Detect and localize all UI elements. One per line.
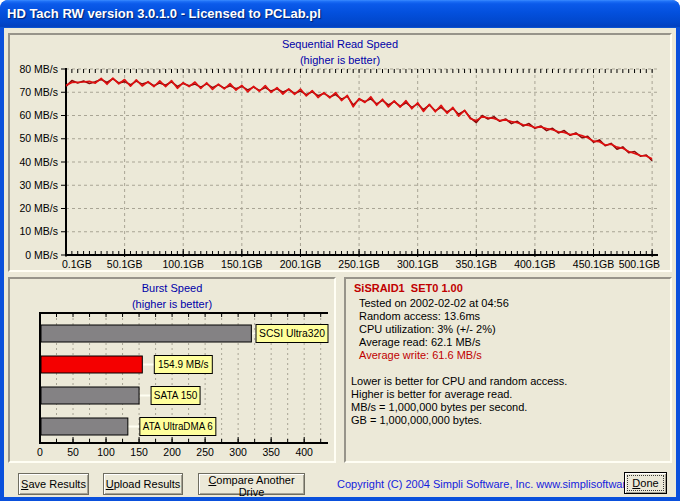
note-gb-definition: GB = 1,000,000,000 bytes.: [351, 414, 482, 426]
svg-text:300.1GB: 300.1GB: [397, 258, 438, 270]
done-button[interactable]: Done: [624, 472, 667, 494]
compare-another-drive-button[interactable]: Compare Another Drive: [198, 473, 305, 495]
drive-name: SiSRAID1 SET0 1.00: [354, 282, 463, 294]
burst-chart-title: Burst Speed: [10, 282, 334, 295]
note-higher-better: Higher is better for average read.: [351, 388, 512, 400]
random-access-line: Random access: 13.6ms: [359, 310, 480, 322]
app-window: HD Tach RW version 3.0.1.0 - Licensed to…: [0, 0, 680, 501]
svg-text:0: 0: [37, 446, 43, 458]
drive-info-panel: SiSRAID1 SET0 1.00 Tested on 2002-02-02 …: [344, 277, 672, 463]
window-title: HD Tach RW version 3.0.1.0 - Licensed to…: [7, 0, 321, 28]
svg-text:400: 400: [295, 446, 313, 458]
svg-text:100.1GB: 100.1GB: [163, 258, 204, 270]
burst-speed-chart: 050100150200250300350400SCSI Ultra320154…: [10, 309, 334, 461]
sequential-read-panel: Sequential Read Speed (higher is better)…: [8, 33, 672, 272]
svg-text:0 MB/s: 0 MB/s: [25, 249, 58, 261]
sequential-read-chart: 0 MB/s10 MB/s20 MB/s30 MB/s40 MB/s50 MB/…: [10, 65, 670, 271]
title-bar: HD Tach RW version 3.0.1.0 - Licensed to…: [0, 0, 680, 28]
sequential-chart-title: Sequential Read Speed: [10, 38, 670, 51]
copyright-text: Copyright (C) 2004 Simpli Software, Inc.…: [337, 478, 617, 490]
svg-text:350: 350: [262, 446, 280, 458]
svg-text:SCSI Ultra320: SCSI Ultra320: [259, 328, 325, 339]
svg-text:10 MB/s: 10 MB/s: [19, 225, 58, 237]
tested-on-line: Tested on 2002-02-02 at 04:56: [359, 297, 509, 309]
svg-text:150.1GB: 150.1GB: [221, 258, 262, 270]
svg-text:100: 100: [97, 446, 115, 458]
svg-text:350.1GB: 350.1GB: [456, 258, 497, 270]
client-area: Sequential Read Speed (higher is better)…: [4, 28, 676, 497]
svg-text:30 MB/s: 30 MB/s: [19, 179, 58, 191]
note-mbs-definition: MB/s = 1,000,000 bytes per second.: [351, 401, 527, 413]
svg-text:50: 50: [67, 446, 79, 458]
svg-text:20 MB/s: 20 MB/s: [19, 202, 58, 214]
svg-text:150: 150: [130, 446, 148, 458]
svg-text:80 MB/s: 80 MB/s: [19, 65, 58, 75]
svg-text:60 MB/s: 60 MB/s: [19, 109, 58, 121]
average-read-line: Average read: 62.1 MB/s: [359, 336, 480, 348]
svg-text:0.1GB: 0.1GB: [62, 258, 92, 270]
svg-text:40 MB/s: 40 MB/s: [19, 156, 58, 168]
note-lower-better: Lower is better for CPU and random acces…: [351, 375, 567, 387]
svg-text:400.1GB: 400.1GB: [514, 258, 555, 270]
burst-speed-panel: Burst Speed (higher is better) 050100150…: [8, 277, 336, 463]
svg-text:450.1GB: 450.1GB: [573, 258, 614, 270]
svg-text:500.1GB: 500.1GB: [619, 258, 660, 270]
svg-text:200.1GB: 200.1GB: [280, 258, 321, 270]
cpu-utilization-line: CPU utilization: 3% (+/- 2%): [359, 323, 496, 335]
svg-text:50.1GB: 50.1GB: [107, 258, 143, 270]
svg-text:50 MB/s: 50 MB/s: [19, 132, 58, 144]
upload-results-button[interactable]: Upload Results: [103, 473, 183, 495]
svg-text:154.9 MB/s: 154.9 MB/s: [158, 359, 209, 370]
svg-text:200: 200: [163, 446, 181, 458]
average-write-line: Average write: 61.6 MB/s: [359, 349, 482, 361]
svg-text:ATA UltraDMA 6: ATA UltraDMA 6: [143, 421, 213, 432]
svg-text:SATA 150: SATA 150: [154, 390, 198, 401]
save-results-button[interactable]: Save Results: [18, 473, 89, 495]
svg-text:70 MB/s: 70 MB/s: [19, 86, 58, 98]
svg-text:300: 300: [229, 446, 247, 458]
svg-text:250.1GB: 250.1GB: [338, 258, 379, 270]
svg-text:250: 250: [196, 446, 214, 458]
